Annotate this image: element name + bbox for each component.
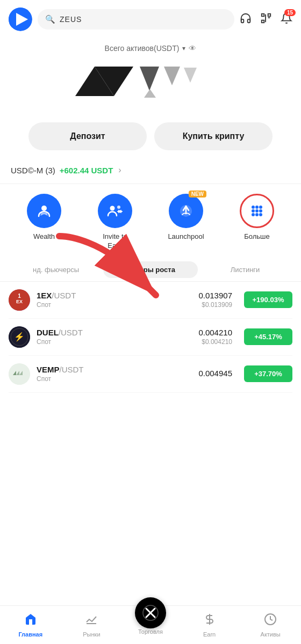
- nav-label-earn: Earn: [203, 631, 216, 638]
- arrow-right-icon[interactable]: ›: [118, 165, 121, 175]
- svg-marker-13: [144, 89, 156, 98]
- launchpool-icon: [178, 203, 194, 219]
- invite-icon-circle: [98, 194, 132, 228]
- coin-price-1ex: 0.013907 $0.013909: [198, 291, 232, 309]
- nav-item-earn[interactable]: Earn: [179, 606, 240, 644]
- usd-amount: +602.44 USDT: [60, 166, 113, 175]
- notification-icon[interactable]: 15: [281, 12, 292, 27]
- coin-avatar-vemp: [9, 363, 30, 385]
- assets-icon: [264, 613, 277, 629]
- header-icons: 15: [240, 12, 292, 27]
- notification-badge: 15: [284, 9, 296, 16]
- coin-symbol-1ex: 1EX/USDT: [37, 291, 192, 300]
- nav-item-home[interactable]: Главная: [0, 606, 61, 644]
- wealth-label: Wealth: [33, 232, 55, 241]
- wealth-icon-circle: [27, 194, 61, 228]
- more-label: Больше: [244, 232, 270, 241]
- coin-change-1ex: +190.03%: [244, 291, 292, 308]
- new-badge: NEW: [189, 191, 206, 197]
- quick-icons-row: Wealth Invite toEarn NEW Launchpool: [0, 184, 301, 256]
- app-logo[interactable]: [9, 8, 32, 31]
- coin-info-1ex: 1EX/USDT Спот: [37, 291, 192, 309]
- action-buttons: Депозит Купить крипту: [0, 117, 301, 160]
- coin-price-vemp: 0.004945: [198, 369, 232, 379]
- wealth-icon: [36, 203, 52, 219]
- home-icon: [24, 613, 37, 629]
- svg-rect-5: [262, 20, 264, 23]
- eye-icon[interactable]: 👁: [189, 44, 196, 53]
- nav-item-trade[interactable]: Торговля: [122, 606, 179, 644]
- coin-avatar-1ex: 1 EX: [9, 289, 30, 311]
- balance-section: Всего активов(USDT) ▾ 👁: [0, 39, 301, 117]
- tab-growth[interactable]: Лидеры роста: [103, 261, 198, 278]
- svg-point-20: [252, 209, 255, 213]
- svg-marker-10: [140, 67, 159, 91]
- invite-icon: [107, 203, 123, 219]
- balance-triangles: [64, 56, 236, 104]
- svg-point-14: [41, 206, 47, 211]
- coin-symbol-vemp: VEMP/USDT: [37, 365, 192, 374]
- tab-listings[interactable]: Листинги: [198, 261, 292, 278]
- svg-point-18: [255, 206, 259, 209]
- search-icon: 🔍: [45, 14, 55, 24]
- nav-label-markets: Рынки: [83, 631, 100, 638]
- svg-point-23: [252, 213, 255, 216]
- svg-marker-11: [164, 67, 180, 85]
- nav-item-assets[interactable]: Активы: [240, 606, 301, 644]
- balance-visual: [11, 53, 290, 108]
- quick-item-invite[interactable]: Invite toEarn: [80, 194, 150, 251]
- quick-item-launchpool[interactable]: NEW Launchpool: [150, 194, 221, 251]
- launchpool-label: Launchpool: [168, 232, 204, 241]
- tabs-row: нд. фьючерсы Лидеры роста Листинги: [0, 256, 301, 282]
- header: 🔍 ZEUS 15: [0, 0, 301, 39]
- coin-type-duel: Спот: [37, 338, 192, 346]
- svg-point-16: [117, 206, 120, 209]
- coin-change-duel: +45.17%: [244, 328, 292, 345]
- table-row[interactable]: 1 EX 1EX/USDT Спот 0.013907 $0.013909 +1…: [9, 282, 292, 319]
- usd-section: USD©-M (3) +602.44 USDT ›: [0, 160, 301, 184]
- earn-icon: [203, 613, 216, 629]
- deposit-button[interactable]: Депозит: [28, 122, 147, 150]
- coin-change-vemp: +37.70%: [244, 365, 292, 382]
- search-bar[interactable]: 🔍 ZEUS: [38, 9, 234, 30]
- coin-type-1ex: Спот: [37, 301, 192, 309]
- balance-label: Всего активов(USDT) ▾ 👁: [11, 44, 290, 53]
- coin-type-vemp: Спот: [37, 375, 192, 383]
- usd-label: USD©-M (3): [11, 166, 55, 175]
- search-input-value: ZEUS: [60, 15, 82, 24]
- headset-icon[interactable]: [240, 12, 252, 27]
- invite-label: Invite toEarn: [103, 232, 127, 251]
- svg-rect-4: [268, 13, 271, 16]
- svg-point-21: [255, 209, 259, 213]
- table-row[interactable]: ⚡ DUEL/USDT Спот 0.004210 $0.004210 +45.…: [9, 319, 292, 356]
- quick-item-wealth[interactable]: Wealth: [9, 194, 80, 251]
- nav-label-trade: Торговля: [138, 628, 163, 635]
- svg-point-25: [259, 213, 262, 216]
- buy-crypto-button[interactable]: Купить крипту: [154, 122, 273, 150]
- coin-info-vemp: VEMP/USDT Спот: [37, 365, 192, 383]
- tab-futures[interactable]: нд. фьючерсы: [9, 261, 103, 278]
- svg-marker-12: [184, 68, 197, 83]
- table-row[interactable]: VEMP/USDT Спот 0.004945 +37.70%: [9, 356, 292, 393]
- quick-item-more[interactable]: Больше: [221, 194, 292, 251]
- svg-text:1: 1: [18, 293, 21, 299]
- coin-price-duel: 0.004210 $0.004210: [198, 328, 232, 346]
- launchpool-icon-circle: NEW: [169, 194, 203, 228]
- svg-point-17: [252, 206, 255, 209]
- svg-rect-3: [262, 13, 264, 16]
- trade-icon: [142, 604, 159, 621]
- more-dots-icon: [249, 203, 265, 219]
- nav-label-home: Главная: [18, 631, 42, 638]
- coin-info-duel: DUEL/USDT Спот: [37, 328, 192, 346]
- svg-point-15: [110, 206, 115, 211]
- nav-item-markets[interactable]: Рынки: [61, 606, 123, 644]
- more-icon-circle: [240, 194, 274, 228]
- svg-point-22: [259, 209, 262, 213]
- chevron-down-icon[interactable]: ▾: [182, 45, 185, 52]
- scan-icon[interactable]: [260, 12, 272, 27]
- trade-circle: [135, 597, 166, 628]
- svg-point-24: [255, 213, 259, 216]
- coin-symbol-duel: DUEL/USDT: [37, 328, 192, 337]
- svg-text:⚡: ⚡: [14, 332, 25, 342]
- svg-text:EX: EX: [16, 299, 23, 304]
